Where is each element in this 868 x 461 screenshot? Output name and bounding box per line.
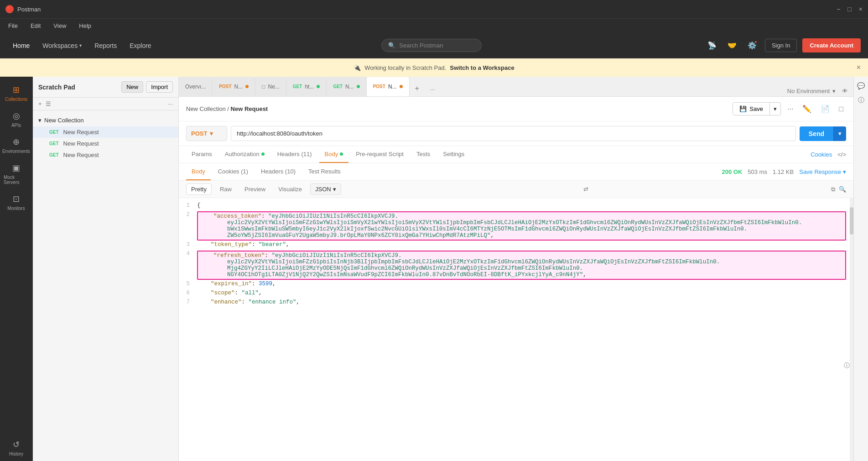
import-button[interactable]: Import: [146, 81, 173, 93]
menu-help[interactable]: Help: [76, 21, 94, 30]
cookies-link[interactable]: Cookies: [811, 151, 832, 158]
nav-reports[interactable]: Reports: [89, 39, 122, 52]
header: Home Workspaces ▾ Reports Explore 🔍 Sear…: [0, 33, 868, 58]
sidebar-header: Scratch Pad New Import: [33, 77, 178, 98]
right-sidebar-info-icon[interactable]: ⓘ: [856, 95, 867, 106]
banner-link[interactable]: Switch to a Workspace: [450, 64, 514, 71]
sidebar-item-history[interactable]: ↺ History: [0, 435, 32, 461]
format-preview-button[interactable]: Preview: [240, 184, 270, 194]
menu-file[interactable]: File: [5, 21, 21, 30]
close-btn[interactable]: ×: [859, 5, 863, 13]
send-button[interactable]: Send: [800, 126, 833, 141]
tab-get1[interactable]: GET ht...: [286, 77, 327, 96]
new-button[interactable]: New: [121, 81, 143, 93]
save-button[interactable]: 💾 Save: [733, 103, 769, 115]
mock-servers-icon: ▣: [12, 163, 20, 173]
response-actions: ⧉ 🔍: [831, 186, 846, 193]
format-pretty-button[interactable]: Pretty: [186, 183, 212, 195]
line-num-6: 6: [179, 290, 197, 298]
collection-request-3[interactable]: GET New Request: [33, 149, 178, 161]
nav-workspaces[interactable]: Workspaces ▾: [37, 39, 87, 52]
info-icon[interactable]: ⓘ: [844, 361, 850, 370]
header-right: 📡 🤝 ⚙️ Sign In Create Account: [705, 38, 861, 53]
line-content-4: "refresh_token": "eyJhbGciOiJIUzI1NiIsIn…: [197, 251, 853, 280]
tab-overview[interactable]: Overvı...: [179, 77, 213, 96]
sign-in-button[interactable]: Sign In: [765, 39, 797, 52]
code-snippet-button[interactable]: </>: [837, 151, 846, 158]
resp-tab-cookies[interactable]: Cookies (1): [213, 163, 254, 180]
response-time: 503 ms: [748, 168, 767, 175]
req-tab-settings[interactable]: Settings: [437, 146, 470, 163]
filter-icon[interactable]: ☰: [46, 100, 51, 107]
add-collection-icon[interactable]: +: [38, 100, 42, 107]
collection-name: New Collection: [44, 117, 84, 124]
url-input[interactable]: [231, 126, 796, 141]
main-layout: ⊞ Collections ◎ APIs ⊕ Environments ▣ Mo…: [0, 77, 868, 461]
window-controls[interactable]: − □ ×: [837, 5, 863, 13]
collection-header[interactable]: ▾ New Collection: [33, 114, 178, 126]
tab-more-button[interactable]: ···: [425, 82, 441, 96]
menu-view[interactable]: View: [51, 21, 69, 30]
code-line-7: 7 "enhance": "enhance info",: [179, 299, 853, 308]
resp-tab-headers[interactable]: Headers (10): [255, 163, 301, 180]
scrollbar-thumb[interactable]: [850, 207, 853, 235]
env-eye-icon[interactable]: 👁: [842, 88, 848, 94]
save-response-button[interactable]: Save Response ▾: [799, 168, 846, 175]
request-edit-button[interactable]: ✏️: [800, 103, 814, 115]
resp-tab-test-results[interactable]: Test Results: [303, 163, 346, 180]
search-bar[interactable]: 🔍 Search Postman: [381, 39, 482, 52]
req-tab-pre-request[interactable]: Pre-request Script: [350, 146, 409, 163]
req-tab-body[interactable]: Body: [319, 146, 349, 163]
response-tabs-bar: Body Cookies (1) Headers (10) Test Resul…: [179, 163, 853, 181]
tab-post2-label: N...: [388, 84, 397, 90]
method-get-badge-1: GET: [47, 129, 61, 135]
nav-explore[interactable]: Explore: [124, 39, 156, 52]
right-sidebar-comments-icon[interactable]: 💬: [856, 80, 867, 91]
save-dropdown-button[interactable]: ▾: [769, 103, 780, 115]
sidebar-item-environments[interactable]: ⊕ Environments: [0, 132, 32, 158]
format-visualize-button[interactable]: Visualize: [274, 184, 307, 194]
sidebar-item-apis[interactable]: ◎ APIs: [0, 106, 32, 132]
more-collections-icon[interactable]: ···: [168, 100, 173, 107]
response-size: 1.12 KB: [773, 168, 794, 175]
sidebar-item-collections[interactable]: ⊞ Collections: [0, 80, 32, 106]
tab-post1[interactable]: POST N...: [213, 77, 255, 96]
wrap-icon[interactable]: ⇄: [583, 186, 588, 193]
tab-add-button[interactable]: +: [410, 81, 425, 96]
code-line-6: 6 "scope": "all",: [179, 289, 853, 299]
settings-icon-btn[interactable]: ⚙️: [745, 38, 759, 53]
environment-selector[interactable]: No Environment ▾ 👁: [782, 86, 853, 96]
request-doc-button[interactable]: 📄: [818, 103, 832, 115]
menu-edit[interactable]: Edit: [28, 21, 43, 30]
tab-post2[interactable]: POST N...: [367, 77, 410, 97]
create-account-button[interactable]: Create Account: [802, 38, 861, 52]
tab-get1-method: GET: [293, 84, 302, 89]
maximize-btn[interactable]: □: [847, 5, 851, 13]
format-raw-button[interactable]: Raw: [215, 184, 236, 194]
breadcrumb-sep: /: [227, 105, 230, 112]
invite-icon-btn[interactable]: 🤝: [725, 38, 739, 53]
sidebar-item-mock-servers[interactable]: ▣ Mock Servers: [0, 158, 32, 189]
req-tab-authorization[interactable]: Authorization: [219, 146, 270, 163]
send-dropdown-button[interactable]: ▾: [833, 126, 846, 141]
banner-close-button[interactable]: ×: [857, 63, 861, 72]
save-btn-group: 💾 Save ▾: [733, 102, 781, 115]
req-tab-tests[interactable]: Tests: [411, 146, 436, 163]
request-more-options-button[interactable]: ···: [785, 103, 796, 115]
collection-request-2[interactable]: GET New Request: [33, 138, 178, 149]
tab-get2[interactable]: GET N...: [327, 77, 366, 96]
req-tab-headers[interactable]: Headers (11): [272, 146, 317, 163]
request-panel-button[interactable]: □: [836, 103, 846, 115]
json-type-selector[interactable]: JSON ▾: [310, 183, 341, 195]
minimize-btn[interactable]: −: [837, 5, 840, 13]
sidebar-item-monitors[interactable]: ⊡ Monitors: [0, 189, 32, 215]
collection-request-1[interactable]: GET New Request: [33, 126, 178, 138]
resp-tab-body[interactable]: Body: [186, 163, 211, 180]
tab-new1[interactable]: □ Ne...: [255, 77, 286, 96]
satellite-icon-btn[interactable]: 📡: [705, 38, 719, 53]
search-response-icon[interactable]: 🔍: [839, 186, 846, 193]
method-selector[interactable]: POST ▾: [186, 126, 227, 141]
copy-response-icon[interactable]: ⧉: [831, 186, 835, 193]
req-tab-params[interactable]: Params: [186, 146, 218, 163]
nav-home[interactable]: Home: [7, 39, 35, 52]
